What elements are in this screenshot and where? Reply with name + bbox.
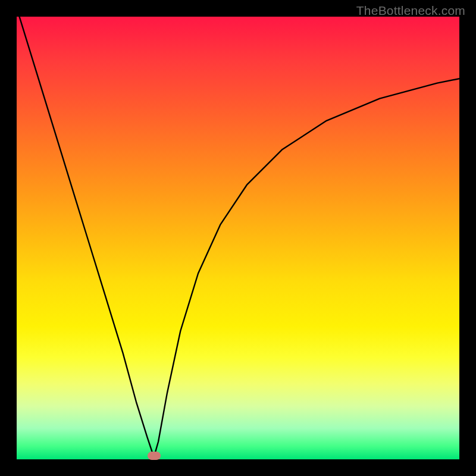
watermark-text: TheBottleneck.com (356, 4, 465, 18)
plot-area (17, 17, 459, 459)
bottleneck-curve (17, 17, 459, 459)
chart-container: TheBottleneck.com (0, 0, 476, 476)
optimal-point-marker (148, 452, 161, 460)
